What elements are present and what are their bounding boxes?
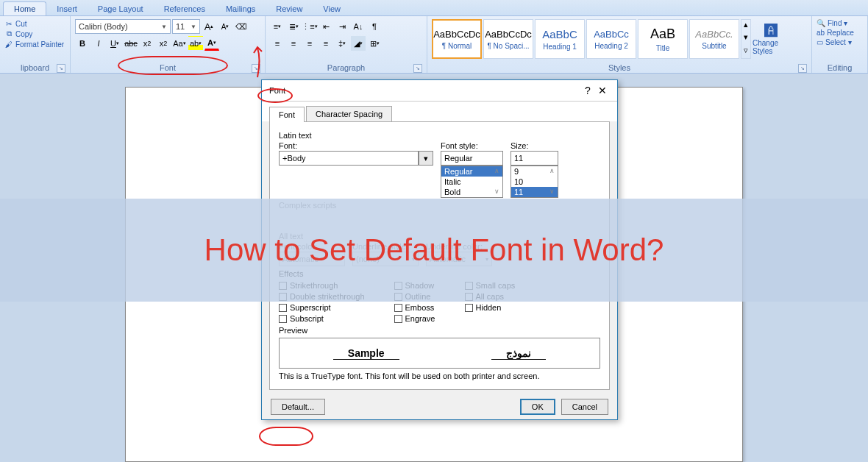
underline-button[interactable]: U▾ [107,36,122,51]
tab-references[interactable]: References [154,2,216,15]
style-title[interactable]: AaBTitle [638,19,688,59]
sort-button[interactable]: A↓ [351,19,366,34]
numbering-button[interactable]: ≣▾ [286,19,301,34]
latin-text-label: Latin text [279,131,600,140]
change-styles-button[interactable]: 🅰 Change Styles [753,19,789,59]
bold-button[interactable]: B [75,36,90,51]
gallery-up-icon[interactable]: ▴ [741,20,750,32]
cancel-button[interactable]: Cancel [561,399,608,415]
font-name-combo[interactable]: Calibri (Body)▼ [75,19,171,34]
chevron-down-icon: ▼ [191,24,196,30]
tab-review[interactable]: Review [266,2,313,15]
select-icon: ▭ [817,38,823,46]
inc-indent-button[interactable]: ⇥ [335,19,349,34]
borders-button[interactable]: ⊞▾ [367,36,382,51]
font-group-label: Font↘ [74,63,262,73]
emboss-checkbox[interactable]: Emboss [394,303,435,312]
ok-button[interactable]: OK [520,399,555,415]
overlay-headline: How to Set Default Font in Word? [204,232,664,268]
font-dropdown-button[interactable]: ▾ [419,151,433,166]
font-size-combo[interactable]: 11▼ [172,19,200,34]
preview-note: This is a TrueType font. This font will … [279,372,600,380]
size-listbox[interactable]: 9∧ 10 11∨ [511,166,558,198]
dialog-title: Font [269,86,285,95]
superscript-button[interactable]: x2 [156,36,171,51]
subscript-checkbox[interactable]: Subscript [279,314,365,323]
clear-formatting-button[interactable]: ⌫ [234,19,249,34]
clipboard-launcher-icon[interactable]: ↘ [57,64,65,73]
gallery-down-icon[interactable]: ▾ [741,32,750,45]
tab-pagelayout[interactable]: Page Layout [88,2,154,15]
format-painter-button[interactable]: 🖌Format Painter [4,40,64,49]
preview-sample-latin: Sample [333,347,399,360]
shading-button[interactable]: ◢▾ [351,36,366,51]
paragraph-group-label: Paragraph↘ [268,63,424,73]
gallery-more-icon[interactable]: ▿ [741,46,750,58]
align-left-button[interactable]: ≡ [270,36,285,51]
engrave-checkbox[interactable]: Engrave [394,314,435,323]
dialog-tab-charspacing[interactable]: Character Spacing [306,106,392,121]
dialog-tab-font[interactable]: Font [269,107,305,122]
copy-button[interactable]: ⧉Copy [4,29,64,38]
tab-mailings[interactable]: Mailings [216,2,266,15]
style-heading2[interactable]: AaBbCcHeading 2 [586,19,636,59]
line-spacing-button[interactable]: ‡▾ [335,36,349,51]
paragraph-launcher-icon[interactable]: ↘ [413,64,422,73]
size-field-label: Size: [511,141,558,150]
tab-view[interactable]: View [313,2,351,15]
size-input[interactable] [511,151,558,166]
bullets-button[interactable]: ≡▾ [270,19,285,34]
styles-launcher-icon[interactable]: ↘ [798,64,807,73]
select-button[interactable]: ▭Select ▾ [817,38,854,46]
find-button[interactable]: 🔍Find ▾ [817,19,854,27]
tab-insert[interactable]: Insert [46,2,88,15]
preview-box: Sample نموذج [279,338,600,369]
style-heading1[interactable]: AaBbCHeading 1 [535,19,585,59]
style-normal[interactable]: AaBbCcDc¶ Normal [432,19,482,59]
italic-button[interactable]: I [91,36,106,51]
default-button[interactable]: Default... [271,399,325,415]
align-right-button[interactable]: ≡ [302,36,317,51]
justify-button[interactable]: ≡ [319,36,333,51]
copy-icon: ⧉ [4,29,13,38]
hidden-checkbox[interactable]: Hidden [465,303,516,312]
dialog-close-button[interactable]: ✕ [595,85,610,96]
replace-icon: ab [817,29,825,37]
align-center-button[interactable]: ≡ [286,36,301,51]
highlight-button[interactable]: ab▾ [188,36,203,51]
strikethrough-button[interactable]: abc [124,36,138,51]
change-case-button[interactable]: Aa▾ [172,36,187,51]
style-nospacing[interactable]: AaBbCcDc¶ No Spaci... [483,19,533,59]
subscript-button[interactable]: x2 [140,36,154,51]
scissors-icon: ✂ [4,19,13,28]
brush-icon: 🖌 [4,40,13,49]
superscript-checkbox[interactable]: Superscript [279,303,365,312]
change-styles-icon: 🅰 [764,24,778,39]
editing-group-label: Editing [815,63,864,73]
style-subtitle[interactable]: AaBbCc.Subtitle [689,19,739,59]
ribbon: ✂Cut ⧉Copy 🖌Format Painter lipboard↘ Cal… [0,16,868,74]
replace-button[interactable]: abReplace [817,29,854,37]
tab-home[interactable]: Home [3,1,46,15]
multilevel-button[interactable]: ⋮≡▾ [302,19,317,34]
styles-group-label: Styles↘ [430,63,808,73]
font-field-label: Font: [279,141,433,150]
chevron-down-icon: ▼ [161,24,167,30]
overlay-banner: How to Set Default Font in Word? [0,199,868,302]
fontstyle-input[interactable] [441,151,503,166]
grow-font-button[interactable]: A▴ [202,19,216,34]
font-color-button[interactable]: A▾ [204,36,219,51]
cut-button[interactable]: ✂Cut [4,19,64,28]
fontstyle-listbox[interactable]: Regular∧ Italic Bold∨ [441,166,503,198]
show-marks-button[interactable]: ¶ [367,19,382,34]
clipboard-group-label: lipboard↘ [3,63,67,73]
find-icon: 🔍 [817,19,825,27]
ribbon-tabs: Home Insert Page Layout References Maili… [0,0,868,16]
dec-indent-button[interactable]: ⇤ [319,19,333,34]
dialog-help-button[interactable]: ? [580,85,595,96]
preview-sample-complex: نموذج [491,347,546,360]
font-input[interactable] [279,151,419,166]
styles-gallery[interactable]: AaBbCcDc¶ Normal AaBbCcDc¶ No Spaci... A… [430,18,791,60]
shrink-font-button[interactable]: A▾ [218,19,232,34]
font-launcher-icon[interactable]: ↘ [252,64,260,73]
